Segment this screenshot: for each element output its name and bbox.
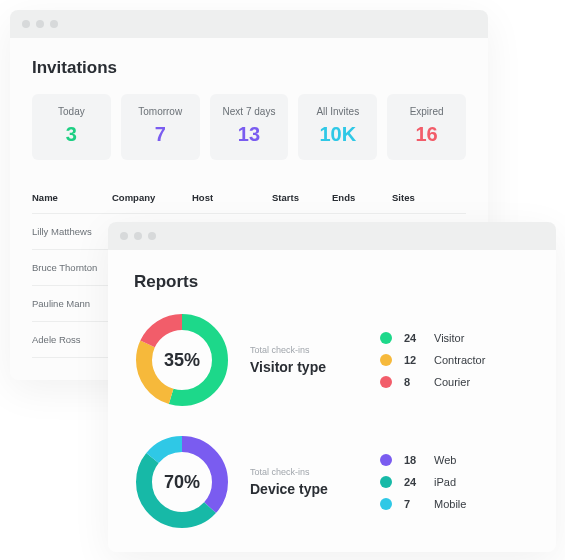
reports-window: Reports 35%Total check-insVisitor type24… — [108, 222, 556, 552]
table-header: NameCompanyHostStartsEndsSites — [32, 182, 466, 214]
column-header[interactable]: Company — [112, 192, 192, 203]
stat-card[interactable]: Today3 — [32, 94, 111, 160]
chart-subtitle: Total check-ins — [250, 467, 360, 477]
legend-dot-icon — [380, 498, 392, 510]
traffic-light-icon[interactable] — [134, 232, 142, 240]
chart-subtitle: Total check-ins — [250, 345, 360, 355]
traffic-light-icon[interactable] — [50, 20, 58, 28]
window-titlebar — [10, 10, 488, 38]
stats-row: Today3Tomorrow7Next 7 days13All Invites1… — [32, 94, 466, 160]
legend-value: 24 — [404, 476, 422, 488]
stat-value: 7 — [129, 123, 192, 146]
legend-item: 18Web — [380, 454, 466, 466]
legend-dot-icon — [380, 476, 392, 488]
legend-value: 7 — [404, 498, 422, 510]
column-header[interactable]: Host — [192, 192, 272, 203]
column-header[interactable]: Name — [32, 192, 112, 203]
traffic-light-icon[interactable] — [36, 20, 44, 28]
cell-name: Pauline Mann — [32, 298, 112, 309]
legend-value: 18 — [404, 454, 422, 466]
stat-value: 3 — [40, 123, 103, 146]
stat-value: 10K — [306, 123, 369, 146]
chart-legend: 18Web24iPad7Mobile — [380, 454, 466, 510]
legend-label: Courier — [434, 376, 470, 388]
stat-card[interactable]: Expired16 — [387, 94, 466, 160]
column-header[interactable]: Ends — [332, 192, 392, 203]
legend-dot-icon — [380, 332, 392, 344]
page-title: Invitations — [32, 58, 466, 78]
stat-label: Tomorrow — [129, 106, 192, 117]
chart-title: Device type — [250, 481, 360, 497]
donut-center-label: 35% — [134, 312, 230, 408]
legend-item: 7Mobile — [380, 498, 466, 510]
stat-label: Today — [40, 106, 103, 117]
donut-chart-icon: 70% — [134, 434, 230, 530]
legend-item: 24iPad — [380, 476, 466, 488]
chart-legend: 24Visitor12Contractor8Courier — [380, 332, 485, 388]
legend-item: 8Courier — [380, 376, 485, 388]
column-header[interactable]: Starts — [272, 192, 332, 203]
chart-meta: Total check-insDevice type — [250, 467, 360, 497]
window-titlebar — [108, 222, 556, 250]
stat-label: Expired — [395, 106, 458, 117]
legend-label: Contractor — [434, 354, 485, 366]
traffic-light-icon[interactable] — [120, 232, 128, 240]
legend-label: iPad — [434, 476, 456, 488]
chart-title: Visitor type — [250, 359, 360, 375]
cell-name: Bruce Thornton — [32, 262, 112, 273]
legend-item: 24Visitor — [380, 332, 485, 344]
stat-label: All Invites — [306, 106, 369, 117]
stat-card[interactable]: Tomorrow7 — [121, 94, 200, 160]
legend-value: 8 — [404, 376, 422, 388]
stat-value: 16 — [395, 123, 458, 146]
stat-value: 13 — [218, 123, 281, 146]
traffic-light-icon[interactable] — [22, 20, 30, 28]
legend-value: 24 — [404, 332, 422, 344]
legend-value: 12 — [404, 354, 422, 366]
legend-label: Mobile — [434, 498, 466, 510]
legend-dot-icon — [380, 376, 392, 388]
donut-chart-icon: 35% — [134, 312, 230, 408]
stat-card[interactable]: Next 7 days13 — [210, 94, 289, 160]
chart-meta: Total check-insVisitor type — [250, 345, 360, 375]
legend-dot-icon — [380, 354, 392, 366]
legend-item: 12Contractor — [380, 354, 485, 366]
donut-center-label: 70% — [134, 434, 230, 530]
cell-name: Adele Ross — [32, 334, 112, 345]
cell-name: Lilly Matthews — [32, 226, 112, 237]
legend-label: Web — [434, 454, 456, 466]
stat-card[interactable]: All Invites10K — [298, 94, 377, 160]
column-header[interactable]: Sites — [392, 192, 462, 203]
chart-row: 35%Total check-insVisitor type24Visitor1… — [134, 312, 530, 408]
stat-label: Next 7 days — [218, 106, 281, 117]
chart-row: 70%Total check-insDevice type18Web24iPad… — [134, 434, 530, 530]
legend-label: Visitor — [434, 332, 464, 344]
legend-dot-icon — [380, 454, 392, 466]
traffic-light-icon[interactable] — [148, 232, 156, 240]
page-title: Reports — [134, 272, 530, 292]
